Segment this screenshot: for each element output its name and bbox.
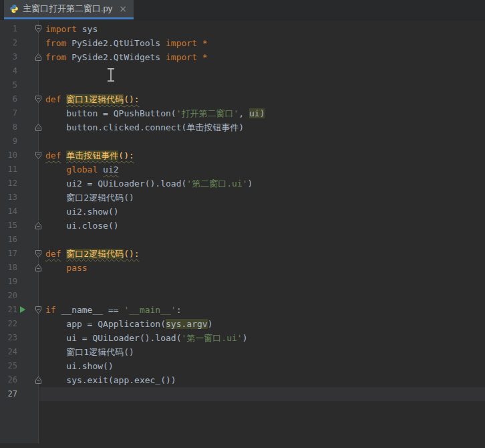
code-line[interactable]: 10def 单击按钮事件(): [0, 148, 485, 162]
code-text[interactable]: import sys [39, 22, 485, 36]
code-token: ) [208, 319, 213, 329]
editor-tab-bar: 主窗口打开第二窗口.py × [0, 0, 485, 20]
code-text[interactable]: button.clicked.connect(单击按钮事件) [39, 120, 485, 134]
code-line[interactable]: 5 [0, 78, 485, 92]
code-text[interactable]: from PySide2.QtUiTools import * [39, 36, 485, 50]
line-number[interactable]: 17 [0, 247, 17, 261]
code-line[interactable]: 7 button = QPushButton('打开第二窗口', ui) [0, 106, 485, 120]
code-line[interactable]: 25 ui.show() [0, 359, 485, 373]
code-token: ui = QUiLoader().load( [45, 333, 182, 343]
code-text[interactable]: global ui2 [39, 162, 485, 177]
code-line[interactable]: 3from PySide2.QtWidgets import * [0, 50, 485, 64]
code-token: pass [66, 263, 87, 273]
line-number[interactable]: 24 [0, 345, 17, 359]
line-number[interactable]: 27 [0, 387, 17, 401]
code-token: 窗口2逻辑代码() [45, 193, 134, 203]
code-text[interactable]: button = QPushButton('打开第二窗口', ui) [39, 106, 485, 120]
run-icon[interactable] [19, 306, 26, 313]
code-token: ) [242, 333, 248, 343]
code-line[interactable]: 8 button.clicked.connect(单击按钮事件) [0, 120, 485, 134]
line-number[interactable]: 25 [0, 359, 17, 373]
line-number[interactable]: 15 [0, 219, 17, 233]
code-editor[interactable]: 1import sys2from PySide2.QtUiTools impor… [0, 20, 485, 448]
code-line[interactable]: 19 [0, 275, 485, 289]
code-text[interactable] [39, 134, 485, 148]
code-text[interactable]: 窗口1逻辑代码() [39, 345, 485, 359]
line-number[interactable]: 23 [0, 331, 17, 345]
code-line[interactable]: 26 sys.exit(app.exec_()) [0, 373, 485, 387]
code-line[interactable]: 23 ui = QUiLoader().load('第一窗口.ui') [0, 331, 485, 345]
line-number[interactable]: 22 [0, 317, 17, 331]
code-text[interactable]: def 窗口2逻辑代码(): [39, 247, 485, 261]
code-line[interactable]: 17def 窗口2逻辑代码(): [0, 247, 485, 261]
code-token [45, 164, 66, 175]
close-icon[interactable]: × [119, 3, 127, 14]
code-text[interactable]: if __name__ == '__main__': [39, 303, 485, 317]
code-line[interactable]: 24 窗口1逻辑代码() [0, 345, 485, 359]
code-token: (): [124, 249, 139, 259]
code-line[interactable]: 20 [0, 289, 485, 303]
line-number[interactable]: 13 [0, 191, 17, 205]
code-line[interactable]: 18 pass [0, 261, 485, 275]
line-number[interactable]: 10 [0, 148, 17, 162]
line-number[interactable]: 2 [0, 36, 17, 50]
code-line[interactable]: 6def 窗口1逻辑代码(): [0, 92, 485, 106]
code-line[interactable]: 12 ui2 = QUiLoader().load('第二窗口.ui') [0, 177, 485, 191]
line-number[interactable]: 8 [0, 120, 17, 134]
code-text[interactable]: ui = QUiLoader().load('第一窗口.ui') [39, 331, 485, 345]
code-line[interactable]: 2from PySide2.QtUiTools import * [0, 36, 485, 50]
line-number[interactable]: 14 [0, 205, 17, 219]
code-token: sys.exit(app.exec_()) [45, 375, 176, 385]
code-text[interactable]: ui.show() [39, 359, 485, 373]
code-token: 窗口1逻辑代码() [45, 347, 134, 357]
line-number[interactable]: 1 [0, 22, 17, 36]
code-token: from [45, 38, 66, 48]
code-text[interactable] [39, 289, 485, 303]
line-number[interactable]: 11 [0, 162, 17, 177]
code-line[interactable]: 14 ui2.show() [0, 205, 485, 219]
line-number[interactable]: 5 [0, 78, 17, 92]
code-text[interactable]: pass [39, 261, 485, 275]
code-line[interactable]: 13 窗口2逻辑代码() [0, 191, 485, 205]
line-number[interactable]: 4 [0, 64, 17, 78]
tab-file[interactable]: 主窗口打开第二窗口.py × [4, 0, 134, 19]
code-token: app = QApplication( [45, 319, 166, 329]
code-token: 单击按钮事件 [66, 150, 118, 160]
code-line[interactable]: 22 app = QApplication(sys.argv) [0, 317, 485, 331]
code-line[interactable]: 21if __name__ == '__main__': [0, 303, 485, 317]
line-number[interactable]: 6 [0, 92, 17, 106]
code-text[interactable]: def 单击按钮事件(): [39, 148, 485, 162]
code-text[interactable] [39, 275, 485, 289]
code-text[interactable]: ui.close() [39, 219, 485, 233]
code-text[interactable]: from PySide2.QtWidgets import * [39, 50, 485, 64]
code-text[interactable]: 窗口2逻辑代码() [39, 191, 485, 205]
code-text[interactable]: sys.exit(app.exec_()) [39, 373, 485, 387]
line-number[interactable]: 12 [0, 177, 17, 191]
line-number[interactable]: 16 [0, 233, 17, 247]
code-text[interactable]: ui2.show() [39, 205, 485, 219]
code-token: import [45, 24, 77, 34]
line-number[interactable]: 3 [0, 50, 17, 64]
code-line[interactable]: 15 ui.close() [0, 219, 485, 233]
code-line[interactable]: 27 [0, 387, 485, 401]
code-text[interactable]: ui2 = QUiLoader().load('第二窗口.ui') [39, 177, 485, 191]
line-number[interactable]: 9 [0, 134, 17, 148]
line-number[interactable]: 19 [0, 275, 17, 289]
code-token: def [45, 249, 61, 259]
line-number[interactable]: 26 [0, 373, 17, 387]
code-text[interactable]: app = QApplication(sys.argv) [39, 317, 485, 331]
code-token: sys.argv [166, 319, 208, 329]
line-number[interactable]: 7 [0, 106, 17, 120]
line-number[interactable]: 21 [0, 303, 17, 317]
code-line[interactable]: 9 [0, 134, 485, 148]
code-token: ) [247, 179, 253, 189]
code-text[interactable]: def 窗口1逻辑代码(): [39, 92, 485, 106]
code-line[interactable]: 1import sys [0, 22, 485, 36]
code-line[interactable]: 11 global ui2 [0, 162, 485, 177]
line-number[interactable]: 20 [0, 289, 17, 303]
code-text[interactable] [39, 387, 485, 401]
line-number[interactable]: 18 [0, 261, 17, 275]
code-line[interactable]: 4 [0, 64, 485, 78]
code-line[interactable]: 16 [0, 233, 485, 247]
code-text[interactable] [39, 233, 485, 247]
